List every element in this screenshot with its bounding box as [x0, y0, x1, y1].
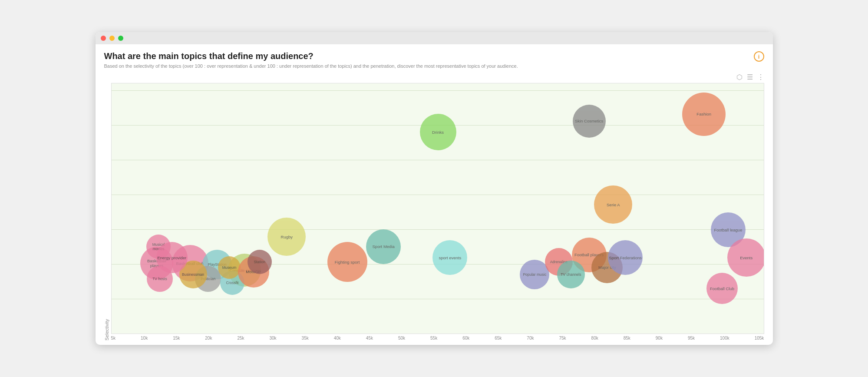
x-tick-label: 5k: [111, 336, 116, 341]
x-tick-label: 25k: [237, 336, 244, 341]
x-tick-label: 40k: [334, 336, 341, 341]
maximize-button[interactable]: [118, 36, 123, 41]
x-tick-label: 95k: [688, 336, 695, 341]
chart-inner: 275250225200175150125100Basketball playe…: [111, 83, 764, 341]
page-title: What are the main topics that define my …: [104, 51, 314, 61]
grid-line: [112, 90, 764, 91]
plot-area: 275250225200175150125100Basketball playe…: [111, 83, 764, 334]
x-tick-label: 85k: [624, 336, 630, 341]
bubble-station[interactable]: Station: [248, 250, 272, 274]
bubble-tv-channels[interactable]: TV channels: [557, 261, 585, 288]
bubble-skin-cosmetics[interactable]: Skin Cosmetics: [573, 105, 606, 138]
subtitle: Based on the selectivity of the topics (…: [104, 63, 764, 69]
bubble-energy-provider[interactable]: Energy provider: [156, 242, 188, 273]
header-row: What are the main topics that define my …: [104, 51, 764, 62]
x-tick-label: 100k: [720, 336, 729, 341]
grid-line: [112, 195, 764, 195]
bubble-fighting-sport[interactable]: Fighting sport: [327, 242, 367, 282]
bubble-sport-federations[interactable]: Sport Federations: [608, 240, 643, 275]
minimize-button[interactable]: [109, 36, 115, 41]
chart-area: Selectivity 275250225200175150125100Bask…: [104, 83, 764, 341]
grid-line: [112, 334, 764, 334]
grid-line: [112, 160, 764, 160]
x-tick-label: 70k: [527, 336, 534, 341]
bubble-fashion[interactable]: Fashion: [682, 93, 726, 136]
titlebar: [96, 32, 773, 44]
x-tick-label: 45k: [366, 336, 373, 341]
info-icon[interactable]: i: [754, 51, 764, 62]
toolbar: ⬡ ☰ ⋮: [104, 73, 764, 81]
bubble-sport-events[interactable]: sport events: [432, 240, 467, 275]
x-axis: 5k10k15k20k25k30k35k40k45k50k55k60k65k70…: [111, 334, 764, 341]
x-tick-label: 75k: [559, 336, 566, 341]
x-tick-label: 30k: [269, 336, 276, 341]
x-tick-label: 60k: [462, 336, 469, 341]
x-tick-label: 105k: [755, 336, 764, 341]
bubble-football-club[interactable]: Football Club: [706, 273, 738, 304]
bubble-serie-a[interactable]: Serie A: [594, 185, 632, 224]
y-axis-label: Selectivity: [104, 83, 109, 341]
more-options-button[interactable]: ⋮: [757, 73, 764, 81]
x-tick-label: 65k: [495, 336, 502, 341]
main-window: What are the main topics that define my …: [96, 32, 773, 345]
bubble-sport-media[interactable]: Sport Media: [366, 229, 401, 264]
bubble-rugby[interactable]: Rugby: [267, 218, 306, 256]
x-tick-label: 50k: [398, 336, 405, 341]
x-tick-label: 90k: [656, 336, 663, 341]
scatter-view-button[interactable]: ⬡: [736, 73, 743, 81]
close-button[interactable]: [101, 36, 106, 41]
grid-line: [112, 299, 764, 299]
main-content: What are the main topics that define my …: [96, 44, 773, 345]
bubble-museum[interactable]: Museum: [218, 256, 241, 279]
x-tick-label: 55k: [430, 336, 437, 341]
table-view-button[interactable]: ☰: [747, 73, 753, 81]
x-tick-label: 15k: [173, 336, 180, 341]
x-tick-label: 20k: [205, 336, 212, 341]
bubble-events[interactable]: Events: [727, 238, 764, 277]
x-tick-label: 35k: [302, 336, 309, 341]
grid-line: [112, 229, 764, 230]
bubble-drinks[interactable]: Drinks: [420, 114, 456, 150]
x-tick-label: 80k: [591, 336, 598, 341]
x-tick-label: 10k: [141, 336, 148, 341]
